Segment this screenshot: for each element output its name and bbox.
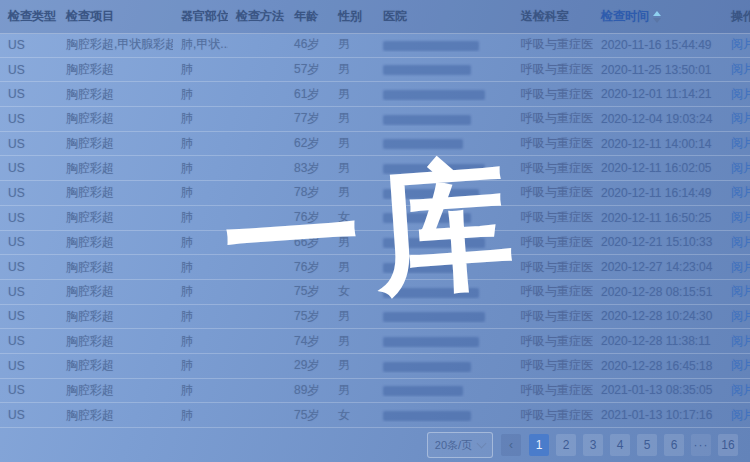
cell-action: 阅片 <box>723 160 750 177</box>
cell-department: 呼吸与重症医... <box>513 184 593 201</box>
cell-gender: 男 <box>330 382 375 399</box>
cell-action: 阅片 <box>723 36 750 53</box>
pagination-bar: 20条/页 ‹ 123456···16 <box>0 428 750 462</box>
view-images-link[interactable]: 阅片 <box>731 37 750 51</box>
cell-hospital <box>375 285 513 299</box>
cell-organ: 肺 <box>173 308 228 325</box>
redacted-hospital-value <box>383 189 479 199</box>
view-images-link[interactable]: 阅片 <box>731 260 750 274</box>
prev-page-button[interactable]: ‹ <box>501 434 521 456</box>
cell-age: 76岁 <box>286 209 330 226</box>
sort-caret-group[interactable] <box>653 11 661 23</box>
cell-type: US <box>0 334 58 348</box>
cell-organ: 肺 <box>173 160 228 177</box>
cell-hospital <box>375 87 513 101</box>
cell-department: 呼吸与重症医... <box>513 357 593 374</box>
cell-hospital <box>375 137 513 151</box>
prev-arrow-icon: ‹ <box>509 438 513 452</box>
cell-hospital <box>375 186 513 200</box>
redacted-hospital-value <box>383 362 471 372</box>
column-header-action: 操作 <box>723 8 750 25</box>
table-row: US胸腔彩超肺75岁女呼吸与重症医...2021-01-13 10:17:16阅… <box>0 403 750 428</box>
cell-action: 阅片 <box>723 357 750 374</box>
cell-gender: 男 <box>330 110 375 127</box>
view-images-link[interactable]: 阅片 <box>731 161 750 175</box>
cell-organ: 肺 <box>173 61 228 78</box>
cell-age: 46岁 <box>286 36 330 53</box>
view-images-link[interactable]: 阅片 <box>731 358 750 372</box>
cell-age: 83岁 <box>286 160 330 177</box>
page-button-6[interactable]: 6 <box>664 434 684 456</box>
redacted-hospital-value <box>383 411 471 421</box>
cell-gender: 男 <box>330 333 375 350</box>
view-images-link[interactable]: 阅片 <box>731 210 750 224</box>
cell-action: 阅片 <box>723 209 750 226</box>
column-label: 检查方法 <box>236 8 284 25</box>
cell-gender: 男 <box>330 61 375 78</box>
page-size-value: 20条/页 <box>435 438 472 453</box>
cell-age: 75岁 <box>286 283 330 300</box>
cell-type: US <box>0 161 58 175</box>
table-row: US胸腔彩超肺75岁男呼吸与重症医...2020-12-28 10:24:30阅… <box>0 305 750 330</box>
view-images-link[interactable]: 阅片 <box>731 235 750 249</box>
cell-type: US <box>0 112 58 126</box>
cell-action: 阅片 <box>723 184 750 201</box>
cell-hospital <box>375 211 513 225</box>
cell-gender: 男 <box>330 234 375 251</box>
cell-project: 胸腔彩超 <box>58 382 173 399</box>
cell-action: 阅片 <box>723 135 750 152</box>
cell-organ: 肺 <box>173 110 228 127</box>
cell-hospital <box>375 359 513 373</box>
column-label: 性别 <box>338 8 362 25</box>
cell-time: 2020-12-21 15:10:33 <box>593 235 723 249</box>
cell-department: 呼吸与重症医... <box>513 209 593 226</box>
table-row: US胸腔彩超肺66岁男呼吸与重症医...2020-12-21 15:10:33阅… <box>0 231 750 256</box>
more-pages-button[interactable]: ··· <box>691 434 711 456</box>
view-images-link[interactable]: 阅片 <box>731 136 750 150</box>
view-images-link[interactable]: 阅片 <box>731 408 750 422</box>
view-images-link[interactable]: 阅片 <box>731 383 750 397</box>
cell-department: 呼吸与重症医... <box>513 283 593 300</box>
view-images-link[interactable]: 阅片 <box>731 87 750 101</box>
view-images-link[interactable]: 阅片 <box>731 111 750 125</box>
cell-department: 呼吸与重症医... <box>513 160 593 177</box>
view-images-link[interactable]: 阅片 <box>731 309 750 323</box>
cell-age: 57岁 <box>286 61 330 78</box>
cell-hospital <box>375 112 513 126</box>
page-button-4[interactable]: 4 <box>610 434 630 456</box>
page-button-5[interactable]: 5 <box>637 434 657 456</box>
cell-age: 78岁 <box>286 184 330 201</box>
view-images-link[interactable]: 阅片 <box>731 284 750 298</box>
view-images-link[interactable]: 阅片 <box>731 185 750 199</box>
page-button-1[interactable]: 1 <box>529 434 549 456</box>
column-label: 器官部位 <box>181 8 228 25</box>
cell-department: 呼吸与重症医... <box>513 61 593 78</box>
redacted-hospital-value <box>383 337 479 347</box>
table-row: US胸腔彩超肺57岁男呼吸与重症医...2020-11-25 13:50:01阅… <box>0 58 750 83</box>
cell-project: 胸腔彩超 <box>58 110 173 127</box>
column-header-method: 检查方法 <box>228 8 286 25</box>
cell-hospital <box>375 309 513 323</box>
page-button-16[interactable]: 16 <box>718 434 738 456</box>
cell-time: 2020-12-11 14:00:14 <box>593 137 723 151</box>
view-images-link[interactable]: 阅片 <box>731 62 750 76</box>
page-button-2[interactable]: 2 <box>556 434 576 456</box>
page-size-select[interactable]: 20条/页 <box>427 432 493 458</box>
cell-time: 2020-12-28 08:15:51 <box>593 285 723 299</box>
cell-type: US <box>0 87 58 101</box>
cell-action: 阅片 <box>723 382 750 399</box>
cell-gender: 男 <box>330 160 375 177</box>
cell-hospital <box>375 334 513 348</box>
cell-type: US <box>0 285 58 299</box>
column-header-time[interactable]: 检查时间 <box>593 8 723 25</box>
redacted-hospital-value <box>383 263 463 273</box>
column-header-department: 送检科室 <box>513 8 593 25</box>
page-button-3[interactable]: 3 <box>583 434 603 456</box>
view-images-link[interactable]: 阅片 <box>731 334 750 348</box>
cell-department: 呼吸与重症医... <box>513 135 593 152</box>
cell-project: 胸腔彩超 <box>58 61 173 78</box>
cell-type: US <box>0 359 58 373</box>
cell-project: 胸腔彩超 <box>58 283 173 300</box>
cell-department: 呼吸与重症医... <box>513 259 593 276</box>
cell-gender: 女 <box>330 407 375 424</box>
